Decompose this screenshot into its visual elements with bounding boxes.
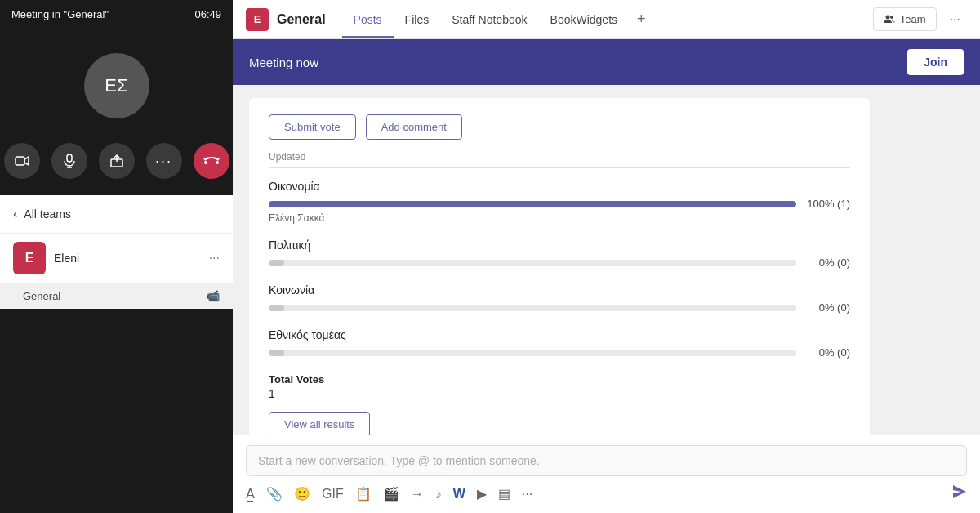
tab-files[interactable]: Files bbox=[394, 2, 441, 38]
poll-pct-0: 100% (1) bbox=[804, 198, 850, 210]
poll-pct-1: 0% (0) bbox=[804, 256, 850, 269]
arrow-icon[interactable]: → bbox=[411, 487, 424, 502]
channel-item-general[interactable]: General 📹 bbox=[0, 283, 233, 309]
poll-bar-fill-2 bbox=[269, 305, 284, 311]
compose-area: Start a new conversation. Type @ to ment… bbox=[233, 435, 980, 513]
word-icon[interactable]: W bbox=[453, 487, 466, 502]
poll-pct-3: 0% (0) bbox=[804, 346, 850, 359]
poll-option-label-2: Κοινωνία bbox=[269, 283, 850, 297]
video-btn[interactable] bbox=[4, 143, 40, 179]
attach-icon[interactable]: 📎 bbox=[266, 486, 283, 502]
compose-toolbar: A̲ 📎 🙂 GIF 📋 🎬 → ♪ W ▶ ▤ ··· bbox=[246, 484, 967, 503]
poll-bar-container-3 bbox=[269, 350, 796, 356]
loop-icon[interactable]: ♪ bbox=[435, 487, 442, 502]
send-btn[interactable] bbox=[952, 484, 967, 503]
main-content: E General Posts Files Staff Notebook Boo… bbox=[233, 0, 980, 513]
team-item-eleni[interactable]: E Eleni ··· bbox=[0, 234, 233, 283]
svg-point-8 bbox=[890, 16, 893, 19]
add-comment-btn[interactable]: Add comment bbox=[366, 114, 462, 140]
channel-video-icon: 📹 bbox=[206, 289, 220, 302]
total-votes-count: 1 bbox=[269, 387, 850, 400]
poll-bar-row-2: 0% (0) bbox=[269, 301, 850, 314]
poll-option-label-3: Εθνικός τομέας bbox=[269, 328, 850, 341]
total-votes-section: Total Votes 1 bbox=[269, 373, 850, 400]
avatar-area: ΕΣ bbox=[0, 29, 233, 135]
channel-name-header: General bbox=[277, 12, 326, 27]
poll-option-label-1: Πολιτική bbox=[269, 239, 850, 252]
call-time: 06:49 bbox=[194, 8, 221, 20]
tab-posts[interactable]: Posts bbox=[342, 2, 394, 38]
poll-bar-row-3: 0% (0) bbox=[269, 346, 850, 359]
submit-vote-btn[interactable]: Submit vote bbox=[269, 114, 356, 140]
poll-bar-fill-3 bbox=[269, 350, 284, 356]
poll-pct-2: 0% (0) bbox=[804, 301, 850, 314]
team-button[interactable]: Team bbox=[873, 7, 937, 31]
poll-option-0: Οικονομία 100% (1) Ελένη Σακκά bbox=[269, 180, 850, 224]
team-name: Eleni bbox=[54, 252, 79, 265]
poll-bar-container-2 bbox=[269, 305, 796, 311]
poll-option-1: Πολιτική 0% (0) bbox=[269, 239, 850, 269]
svg-point-6 bbox=[216, 161, 219, 164]
more-compose-btn[interactable]: ··· bbox=[522, 487, 532, 502]
tab-staff-notebook[interactable]: Staff Notebook bbox=[440, 2, 538, 38]
poll-bar-container-1 bbox=[269, 260, 796, 266]
gif-icon[interactable]: GIF bbox=[322, 487, 344, 502]
nav-right: Team ··· bbox=[873, 7, 967, 31]
poll-option-label-0: Οικονομία bbox=[269, 180, 850, 193]
svg-rect-0 bbox=[16, 157, 24, 165]
call-panel: Meeting in "General" 06:49 ΕΣ bbox=[0, 0, 233, 513]
compose-input[interactable]: Start a new conversation. Type @ to ment… bbox=[246, 445, 967, 476]
poll-bar-row-0: 100% (1) bbox=[269, 198, 850, 210]
top-nav: E General Posts Files Staff Notebook Boo… bbox=[233, 0, 980, 39]
back-arrow-icon: ‹ bbox=[13, 207, 17, 221]
whiteboard-icon[interactable]: ▤ bbox=[498, 486, 510, 502]
total-votes-label: Total Votes bbox=[269, 373, 850, 386]
share-btn[interactable] bbox=[99, 143, 135, 179]
svg-rect-1 bbox=[67, 154, 72, 162]
poll-card: Submit vote Add comment Updated Οικονομί… bbox=[249, 98, 870, 435]
meeting-now-text: Meeting now bbox=[249, 56, 318, 69]
more-ctrl-btn[interactable]: ··· bbox=[146, 143, 182, 179]
updated-label: Updated bbox=[269, 151, 850, 168]
team-more-btn[interactable]: ··· bbox=[209, 251, 220, 265]
view-results-btn[interactable]: View all results bbox=[269, 412, 370, 435]
all-teams-label: All teams bbox=[24, 207, 71, 221]
call-title: Meeting in "General" bbox=[11, 8, 109, 20]
poll-option-3: Εθνικός τομέας 0% (0) bbox=[269, 328, 850, 359]
meeting-banner: Meeting now Join bbox=[233, 39, 980, 85]
format-text-icon[interactable]: A̲ bbox=[246, 486, 255, 502]
poll-bar-row-1: 0% (0) bbox=[269, 256, 850, 269]
poll-option-2: Κοινωνία 0% (0) bbox=[269, 283, 850, 314]
svg-point-7 bbox=[885, 15, 889, 19]
team-icon: E bbox=[13, 242, 46, 274]
channel-name: General bbox=[23, 290, 60, 302]
posts-area[interactable]: Submit vote Add comment Updated Οικονομί… bbox=[233, 85, 980, 435]
emoji-icon[interactable]: 🙂 bbox=[294, 486, 310, 502]
end-call-btn[interactable] bbox=[194, 143, 229, 179]
content-area: Meeting now Join Submit vote Add comment… bbox=[233, 39, 980, 513]
join-button[interactable]: Join bbox=[907, 49, 964, 75]
all-teams-header[interactable]: ‹ All teams bbox=[0, 195, 233, 234]
meet-icon[interactable]: 🎬 bbox=[383, 486, 399, 502]
nav-tabs: Posts Files Staff Notebook BookWidgets + bbox=[342, 0, 873, 39]
poll-voter-0: Ελένη Σακκά bbox=[269, 212, 850, 224]
tab-bookwidgets[interactable]: BookWidgets bbox=[539, 2, 629, 38]
team-btn-label: Team bbox=[900, 13, 926, 25]
poll-bar-container-0 bbox=[269, 201, 796, 207]
mic-btn[interactable] bbox=[51, 143, 87, 179]
channel-icon-box: E bbox=[246, 8, 269, 31]
sticker-icon[interactable]: 📋 bbox=[355, 486, 372, 502]
add-tab-btn[interactable]: + bbox=[629, 0, 654, 39]
poll-bar-fill-1 bbox=[269, 260, 284, 266]
poll-actions: Submit vote Add comment bbox=[269, 114, 850, 140]
poll-bar-fill-0 bbox=[269, 201, 796, 207]
avatar: ΕΣ bbox=[84, 53, 149, 118]
video-icon[interactable]: ▶ bbox=[477, 486, 487, 502]
topnav-more-btn[interactable]: ··· bbox=[943, 9, 967, 30]
avatar-initials: ΕΣ bbox=[105, 75, 127, 96]
call-controls: ··· bbox=[0, 135, 233, 195]
call-header: Meeting in "General" 06:49 bbox=[0, 0, 233, 29]
svg-point-5 bbox=[204, 161, 207, 164]
